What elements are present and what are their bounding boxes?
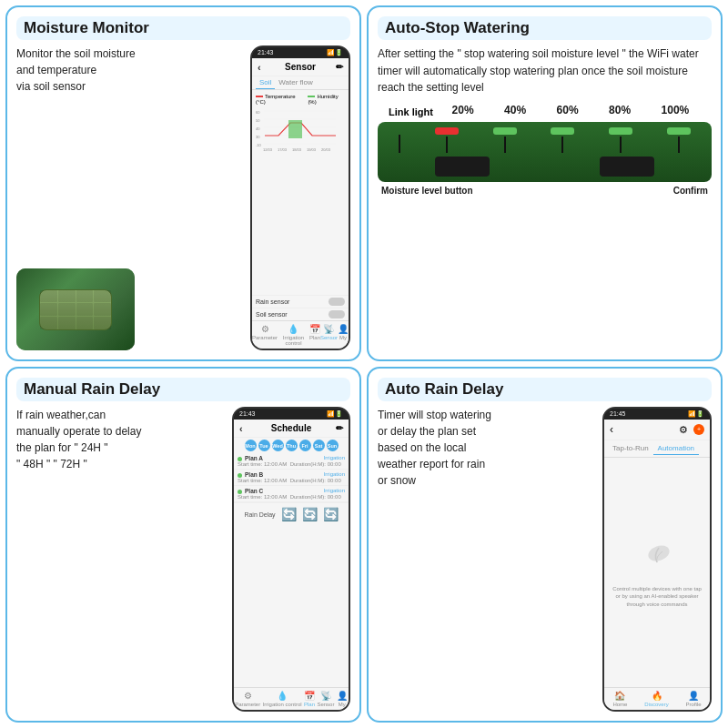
rain-delay-72h-icon[interactable]: 🔄 [323, 507, 339, 521]
schedule-sensor-icon: 📡 [320, 691, 331, 701]
main-grid: Moisture Monitor Monitor the soil moistu… [0, 0, 728, 728]
schedule-edit-icon[interactable]: ✏ [336, 423, 343, 433]
dow-tue[interactable]: Tue [258, 440, 270, 451]
auto-nav-home[interactable]: 🏠 Home [612, 691, 627, 707]
schedule-nav-my[interactable]: 👤 My [337, 691, 348, 707]
schedule-nav-plan[interactable]: 📅 Plan [304, 691, 315, 707]
soil-sensor-toggle[interactable] [329, 310, 345, 318]
soil-sensor-image [16, 268, 135, 350]
tap-to-run-tab[interactable]: Tap-to-Run [608, 442, 653, 455]
dow-sun[interactable]: Sun [327, 440, 339, 451]
manual-rain-title: Manual Rain Delay [16, 378, 350, 401]
auto-rain-header: ‹ ⚙ + [604, 420, 710, 440]
auto-rain-phone: 21:45 📶🔋 ‹ ⚙ + Tap-to-Run Automation [602, 407, 712, 712]
nav-plan[interactable]: 📅 Plan [309, 324, 320, 346]
plan-a-type: Irrigation [324, 455, 345, 461]
automation-tab[interactable]: Automation [653, 442, 699, 455]
dow-sat[interactable]: Sat [313, 440, 325, 451]
schedule-nav-plan-label: Plan [304, 702, 315, 707]
nav-irrigation[interactable]: 💧 Irrigation control [278, 324, 309, 346]
svg-text:-10: -10 [256, 143, 262, 147]
add-badge[interactable]: + [693, 424, 704, 435]
schedule-back-icon[interactable]: ‹ [239, 423, 243, 434]
phone-screen: ‹ Sensor ✏ Soil Water flow Temperature (… [252, 58, 349, 349]
nav-sensor[interactable]: 📡 Sensor [320, 324, 338, 346]
tab-water-flow[interactable]: Water flow [275, 76, 317, 89]
dow-mon[interactable]: Mon [245, 440, 257, 451]
plan-b-header: Plan B Irrigation [238, 471, 345, 478]
moisture-80[interactable] [609, 127, 632, 135]
schedule-nav-sensor[interactable]: 📡 Sensor [317, 691, 334, 707]
phone-header: ‹ Sensor ✏ [252, 58, 349, 76]
auto-rain-card: Auto Rain Delay Timer will stop watering… [367, 367, 723, 723]
edit-icon[interactable]: ✏ [336, 62, 343, 72]
moisture-phone: 21:43 📶🔋 ‹ Sensor ✏ Soil Water flow [250, 46, 350, 350]
auto-nav-discovery[interactable]: 🔥 Discovery [644, 691, 668, 707]
nav-parameter[interactable]: ⚙ Parameter [252, 324, 278, 346]
moisture-monitor-body: Monitor the soil moisture and temperatur… [16, 46, 350, 350]
sensor-tabs: Soil Water flow [252, 76, 349, 90]
manual-rain-description: If rain weather,can manually operate to … [16, 407, 227, 712]
nav-sensor-label: Sensor [320, 335, 338, 340]
schedule-nav-my-label: My [339, 702, 346, 707]
manual-rain-body: If rain weather,can manually operate to … [16, 407, 350, 712]
moisture-monitor-card: Moisture Monitor Monitor the soil moistu… [5, 5, 361, 361]
dow-thu[interactable]: Thu [286, 440, 298, 451]
auto-rain-status-bar: 21:45 📶🔋 [604, 409, 710, 420]
svg-text:50: 50 [256, 118, 260, 123]
schedule-param-icon: ⚙ [244, 691, 252, 701]
sensor-icon: 📡 [323, 324, 334, 334]
back-arrow-icon[interactable]: ‹ [258, 62, 261, 73]
schedule-status-icons: 📶🔋 [327, 410, 343, 418]
legend-temp: Temperature (°C) [256, 94, 302, 105]
plan-a-name: Plan A [238, 455, 263, 461]
moisture-monitor-title: Moisture Monitor [16, 16, 350, 40]
day-of-week-row: Mon Tue Wed Thu Fri Sat Sun [234, 438, 349, 453]
plan-b-name: Plan B [238, 471, 263, 478]
green-pill-3 [551, 127, 574, 153]
auto-nav-profile[interactable]: 👤 Profile [686, 691, 702, 707]
auto-rain-status-icons: 📶🔋 [688, 410, 704, 418]
schedule-screen: ‹ Schedule ✏ Mon Tue Wed Thu Fri Sat Sun [234, 420, 349, 710]
svg-text:18/03: 18/03 [292, 147, 302, 152]
rain-delay-24h-icon[interactable]: 🔄 [281, 507, 297, 521]
moisture-60[interactable] [551, 127, 574, 135]
schedule-nav-param[interactable]: ⚙ Parameter [235, 691, 260, 707]
schedule-header: ‹ Schedule ✏ [234, 420, 349, 438]
rain-sensor-toggle[interactable] [329, 298, 345, 306]
link-light-label: Link light [381, 106, 433, 117]
rain-delay-48h-icon[interactable]: 🔄 [302, 507, 318, 521]
tab-soil[interactable]: Soil [256, 76, 275, 89]
plan-c-header: Plan C Irrigation [238, 488, 345, 494]
schedule-irrigation-icon: 💧 [277, 691, 288, 701]
nav-my[interactable]: 👤 My [338, 324, 349, 346]
svg-text:30: 30 [256, 135, 260, 139]
pct-80: 80% [609, 104, 631, 116]
moisture-40[interactable] [493, 127, 517, 135]
status-time: 21:43 [258, 49, 274, 56]
plan-b-type: Irrigation [324, 471, 345, 478]
status-icons: 📶🔋 [327, 49, 343, 56]
auto-rain-title: Auto Rain Delay [378, 378, 712, 401]
moisture-100[interactable] [667, 127, 691, 135]
plan-b: Plan B Irrigation Start time: 12:00 AM D… [234, 470, 349, 486]
red-moisture-indicator[interactable] [435, 127, 459, 135]
home-icon: 🏠 [614, 691, 625, 701]
dow-fri[interactable]: Fri [299, 440, 311, 451]
gear-icon[interactable]: ⚙ [679, 424, 688, 436]
svg-text:17/03: 17/03 [278, 147, 288, 152]
soil-sensor-row: Soil sensor [252, 308, 349, 320]
auto-content: Control multiple devices with one tap or… [604, 458, 710, 687]
rain-sensor-row: Rain sensor [252, 295, 349, 308]
auto-rain-back-icon[interactable]: ‹ [610, 423, 613, 436]
sensor-stick-4 [620, 136, 622, 153]
parameter-icon: ⚙ [261, 324, 269, 334]
sensor-stick-3 [561, 136, 563, 153]
auto-nav-profile-label: Profile [686, 702, 702, 707]
bottom-labels: Moisture level button Confirm [378, 186, 712, 196]
schedule-nav-sensor-label: Sensor [317, 702, 334, 707]
schedule-nav-irrigation[interactable]: 💧 Irrigation control [263, 691, 302, 707]
plan-c-name: Plan C [238, 488, 263, 494]
dow-wed[interactable]: Wed [272, 440, 284, 451]
green-pill-5 [667, 127, 691, 153]
